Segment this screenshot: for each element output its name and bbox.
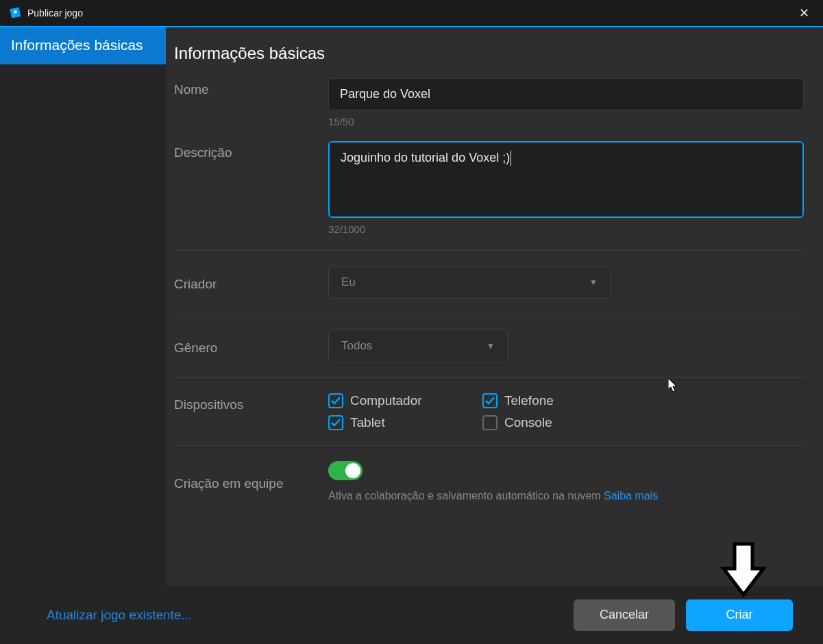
field-name-section: Nome 15/50 (174, 78, 804, 127)
description-label: Descrição (174, 141, 328, 160)
name-input[interactable] (328, 78, 804, 110)
checkbox-icon (482, 415, 498, 430)
team-create-help: Ativa a colaboração e salvamento automát… (328, 490, 804, 502)
create-button[interactable]: Criar (686, 599, 793, 631)
svg-rect-1 (14, 10, 16, 13)
content-area: Informações básicas Nome 15/50 Descrição… (166, 27, 823, 586)
main-layout: Informações básicas Informações básicas … (0, 27, 823, 586)
divider (174, 314, 804, 314)
device-label: Computador (350, 393, 422, 408)
creator-select[interactable]: Eu ▼ (328, 266, 611, 299)
team-create-help-text: Ativa a colaboração e salvamento automát… (328, 490, 601, 501)
team-create-toggle[interactable] (328, 461, 363, 480)
title-bar-left: Publicar jogo (10, 5, 83, 21)
genre-selected-value: Todos (341, 339, 372, 353)
close-icon[interactable]: ✕ (794, 3, 815, 23)
field-creator-section: Criador Eu ▼ (174, 266, 804, 299)
description-value: Joguinho do tutorial do Voxel ;) (341, 151, 510, 164)
text-caret (511, 151, 511, 166)
genre-label: Gênero (174, 336, 328, 356)
field-genre-section: Gênero Todos ▼ (174, 330, 804, 362)
name-label: Nome (174, 78, 328, 97)
footer: Atualizar jogo existente... Cancelar Cri… (0, 586, 823, 644)
page-title: Informações básicas (174, 44, 804, 63)
description-input[interactable]: Joguinho do tutorial do Voxel ;) (328, 141, 804, 218)
divider (174, 250, 804, 251)
divider (174, 377, 804, 378)
chevron-down-icon: ▼ (589, 277, 598, 287)
devices-label: Dispositivos (174, 393, 328, 412)
checkbox-icon (328, 415, 343, 430)
creator-label: Criador (174, 273, 328, 292)
footer-buttons: Cancelar Criar (574, 599, 793, 631)
device-checkbox-computer[interactable]: Computador (328, 393, 482, 408)
device-checkbox-console[interactable]: Console (482, 415, 637, 430)
field-description-section: Descrição Joguinho do tutorial do Voxel … (174, 141, 804, 235)
creator-selected-value: Eu (341, 275, 356, 289)
name-char-count: 15/50 (328, 116, 804, 127)
device-checkbox-phone[interactable]: Telefone (482, 393, 637, 408)
device-label: Telefone (504, 393, 554, 408)
device-label: Tablet (350, 415, 385, 430)
title-bar: Publicar jogo ✕ (0, 0, 823, 27)
checkbox-icon (328, 393, 343, 408)
sidebar: Informações básicas (0, 27, 166, 586)
cancel-button[interactable]: Cancelar (574, 599, 675, 631)
field-team-create-section: Criação em equipe Ativa a colaboração e … (174, 461, 804, 502)
checkbox-icon (482, 393, 498, 408)
description-char-count: 32/1000 (328, 223, 804, 235)
sidebar-tab-label: Informações básicas (11, 37, 143, 53)
divider (174, 445, 804, 446)
team-create-label: Criação em equipe (174, 472, 328, 491)
genre-select[interactable]: Todos ▼ (328, 330, 508, 362)
chevron-down-icon: ▼ (487, 341, 495, 351)
device-checkbox-tablet[interactable]: Tablet (328, 415, 482, 430)
team-create-learn-more-link[interactable]: Saiba mais (604, 490, 658, 501)
sidebar-tab-basic-info[interactable]: Informações básicas (0, 27, 166, 64)
device-label: Console (504, 415, 552, 430)
window-title: Publicar jogo (27, 8, 83, 18)
field-devices-section: Dispositivos Computador (174, 393, 804, 430)
update-existing-link[interactable]: Atualizar jogo existente... (47, 608, 192, 623)
app-logo-icon (10, 5, 22, 21)
toggle-knob (345, 463, 360, 478)
